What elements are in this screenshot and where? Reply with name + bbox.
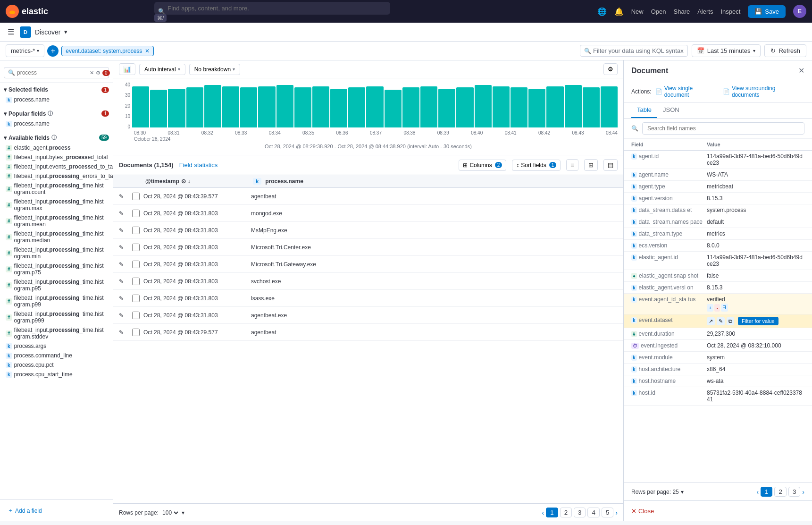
available-field-item-3[interactable]: # filebeat_input.events_processed_to_tal xyxy=(4,162,109,171)
available-field-item-1[interactable]: # elastic_agent.process xyxy=(4,143,109,152)
row-expand[interactable]: ✎ xyxy=(119,295,128,302)
nav-share[interactable]: Share xyxy=(673,8,690,15)
available-field-item-10[interactable]: # filebeat_input.processing_time.hist og… xyxy=(4,261,109,277)
row-checkbox[interactable] xyxy=(132,261,140,268)
save-button[interactable]: 💾 Save xyxy=(748,5,786,18)
chart-bar[interactable] xyxy=(528,89,545,128)
chart-bar[interactable] xyxy=(366,86,383,128)
selected-field-item[interactable]: k process.name xyxy=(4,95,109,104)
row-checkbox[interactable] xyxy=(132,210,140,217)
available-field-item-2[interactable]: # filebeat_input.bytes_processed_total xyxy=(4,152,109,162)
row-expand[interactable]: ✎ xyxy=(119,193,128,200)
view-single-document-link[interactable]: 📄 View single document xyxy=(655,85,719,98)
rows-per-page-select[interactable]: 100 25 50 xyxy=(160,509,180,517)
chart-bar[interactable] xyxy=(168,89,185,128)
available-field-item-5[interactable]: # filebeat_input.processing_time.hist og… xyxy=(4,181,109,197)
available-field-item-14[interactable]: # filebeat_input.processing_time.hist og… xyxy=(4,325,109,341)
chart-bar[interactable] xyxy=(493,86,510,128)
available-field-item-4[interactable]: # filebeat_input.processing_errors_to_ta… xyxy=(4,171,109,181)
filter-close-icon[interactable]: ✕ xyxy=(145,48,150,54)
row-checkbox[interactable] xyxy=(132,193,140,200)
notifications-icon[interactable]: 🔔 xyxy=(614,7,624,16)
panel-page-2[interactable]: 2 xyxy=(774,487,786,497)
filter-in-btn[interactable]: + xyxy=(707,304,713,312)
header-process-name[interactable]: k process.name xyxy=(253,178,618,185)
tab-table[interactable]: Table xyxy=(631,102,657,118)
nav-new[interactable]: New xyxy=(631,8,644,15)
chart-bar[interactable] xyxy=(420,86,437,128)
kql-filter-input-wrapper[interactable]: 🔍 Filter your data using KQL syntax xyxy=(580,45,688,57)
row-expand[interactable]: ✎ xyxy=(119,244,128,251)
next-page-btn[interactable]: › xyxy=(615,509,618,517)
chart-bar[interactable] xyxy=(222,86,239,128)
panel-page-1[interactable]: 1 xyxy=(761,487,772,497)
columns-btn[interactable]: ⊞ Columns 2 xyxy=(459,160,506,171)
time-picker[interactable]: 📅 Last 15 minutes ▾ xyxy=(692,44,761,57)
global-search-input[interactable] xyxy=(154,2,390,15)
page-2-btn[interactable]: 2 xyxy=(560,508,572,517)
available-field-item-12[interactable]: # filebeat_input.processing_time.hist og… xyxy=(4,293,109,309)
row-expand[interactable]: ✎ xyxy=(119,278,128,285)
copy-dataset-btn[interactable]: ⧉ xyxy=(727,317,734,325)
popular-field-item[interactable]: k process.name xyxy=(4,119,109,128)
chart-bar[interactable] xyxy=(402,87,419,127)
chart-bar[interactable] xyxy=(330,89,347,128)
breakdown-btn[interactable]: No breakdown ▾ xyxy=(189,64,240,75)
chart-bar[interactable] xyxy=(511,87,527,127)
row-checkbox[interactable] xyxy=(132,278,140,285)
globe-icon[interactable]: 🌐 xyxy=(597,7,607,16)
page-3-btn[interactable]: 3 xyxy=(574,508,586,517)
row-checkbox[interactable] xyxy=(132,227,140,234)
refresh-button[interactable]: ↻ Refresh xyxy=(764,44,806,57)
chart-bar[interactable] xyxy=(565,85,582,127)
elastic-logo[interactable]: elastic xyxy=(6,5,48,18)
sidebar-search-input[interactable] xyxy=(17,69,88,76)
chart-bar[interactable] xyxy=(186,87,203,127)
filter-out-btn[interactable]: - xyxy=(714,304,720,312)
chart-bar[interactable] xyxy=(150,90,167,127)
global-search-bar[interactable]: 🔍 ⌘/ xyxy=(154,2,390,21)
auto-interval-btn[interactable]: Auto interval ▾ xyxy=(139,64,185,75)
available-field-item-18[interactable]: k process.cpu_start_time xyxy=(4,370,109,379)
panel-next-btn[interactable]: › xyxy=(802,488,804,496)
page-5-btn[interactable]: 5 xyxy=(602,508,613,517)
hamburger-menu[interactable]: ☰ xyxy=(6,25,16,38)
available-fields-header[interactable]: ▾ Available fields ⓘ 59 xyxy=(0,132,113,143)
add-field-button[interactable]: ＋ Add a field xyxy=(8,507,42,515)
row-expand[interactable]: ✎ xyxy=(119,261,128,268)
row-expand[interactable]: ✎ xyxy=(119,312,128,319)
nav-inspect[interactable]: Inspect xyxy=(720,8,740,15)
view-surrounding-documents-link[interactable]: 📄 View surrounding documents xyxy=(723,85,804,98)
index-pattern-selector[interactable]: metrics-* ▾ xyxy=(6,44,44,57)
add-filter-button[interactable]: + xyxy=(47,45,59,57)
page-4-btn[interactable]: 4 xyxy=(587,508,599,517)
chart-bar[interactable] xyxy=(583,87,600,127)
row-checkbox[interactable] xyxy=(132,295,140,302)
available-field-item-15[interactable]: k process.args xyxy=(4,341,109,351)
chart-bar[interactable] xyxy=(132,86,149,128)
chart-bar[interactable] xyxy=(438,89,455,128)
panel-prev-btn[interactable]: ‹ xyxy=(756,488,759,496)
filter-exists-btn[interactable]: ∃ xyxy=(721,304,728,312)
chart-settings-btn[interactable]: ⚙ xyxy=(603,63,618,75)
nav-open[interactable]: Open xyxy=(651,8,666,15)
user-avatar[interactable]: E xyxy=(793,5,806,18)
chart-bar[interactable] xyxy=(312,86,329,128)
chart-bar[interactable] xyxy=(276,85,293,127)
available-field-item-11[interactable]: # filebeat_input.processing_time.hist og… xyxy=(4,277,109,293)
available-field-item-7[interactable]: # filebeat_input.processing_time.hist og… xyxy=(4,213,109,229)
row-expand[interactable]: ✎ xyxy=(119,329,128,336)
available-field-item-8[interactable]: # filebeat_input.processing_time.hist og… xyxy=(4,229,109,245)
available-field-item-9[interactable]: # filebeat_input.processing_time.hist og… xyxy=(4,245,109,261)
chart-bar[interactable] xyxy=(546,86,563,128)
available-field-item-6[interactable]: # filebeat_input.processing_time.hist og… xyxy=(4,197,109,213)
panel-page-3[interactable]: 3 xyxy=(788,487,800,497)
chart-bar[interactable] xyxy=(240,87,257,127)
nav-alerts[interactable]: Alerts xyxy=(697,8,713,15)
chart-bar[interactable] xyxy=(456,87,473,127)
chart-bar[interactable] xyxy=(601,86,618,128)
row-checkbox[interactable] xyxy=(132,312,140,319)
header-timestamp[interactable]: @timestamp ⊙ ↓ xyxy=(145,178,249,185)
row-expand[interactable]: ✎ xyxy=(119,227,128,234)
prev-page-btn[interactable]: ‹ xyxy=(542,509,544,517)
